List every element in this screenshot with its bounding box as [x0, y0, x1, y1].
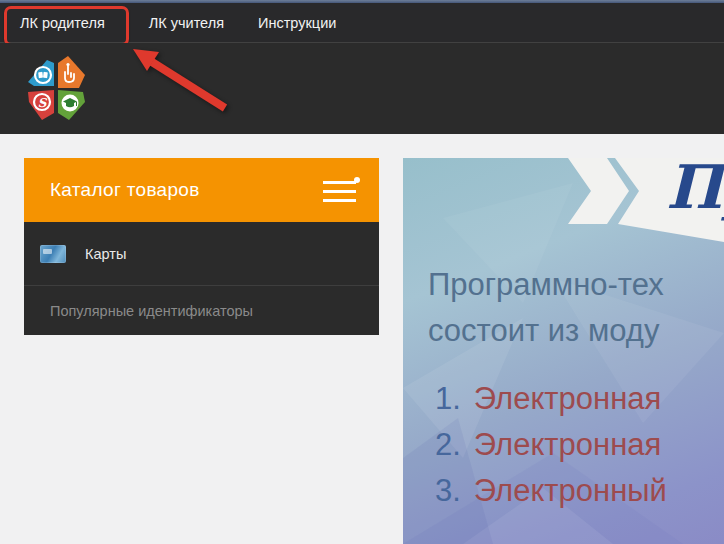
banner-heading: Программно-тех состоит из моду — [428, 262, 664, 354]
logo-piece-blue — [28, 60, 54, 86]
promo-banner[interactable]: Пр Программно-тех состоит из моду 1.Элек… — [403, 158, 724, 544]
sidebar-item-label: Карты — [85, 246, 126, 262]
banner-list-item: 1.Электронная — [435, 376, 667, 422]
sidebar-footer-label: Популярные идентификаторы — [50, 303, 253, 319]
logo-piece-orange — [58, 56, 85, 88]
top-navigation: ЛК родителя ЛК учителя Инструкции — [0, 3, 724, 43]
s-letter-icon: S — [38, 96, 48, 110]
banner-heading-line2: состоит из моду — [428, 308, 664, 354]
catalog-body: Карты Популярные идентификаторы — [24, 222, 379, 335]
header-logo-band: S — [0, 43, 724, 134]
nav-item-instructions[interactable]: Инструкции — [258, 15, 336, 31]
hamburger-menu-icon[interactable] — [323, 177, 359, 203]
catalog-title: Каталог товаров — [50, 179, 200, 201]
banner-list: 1.Электронная 2.Электронная 3.Электронны… — [435, 376, 667, 514]
catalog-header: Каталог товаров — [24, 158, 379, 222]
banner-list-item: 2.Электронная — [435, 422, 667, 468]
nav-item-parent-cabinet[interactable]: ЛК родителя — [20, 15, 105, 31]
nav-item-teacher-cabinet[interactable]: ЛК учителя — [149, 15, 224, 31]
banner-script-text: Пр — [666, 158, 724, 222]
sidebar-item-popular-identifiers[interactable]: Популярные идентификаторы — [24, 286, 379, 335]
banner-list-item: 3.Электронный — [435, 468, 667, 514]
logo-piece-red: S — [28, 90, 54, 120]
site-logo[interactable]: S — [27, 56, 87, 122]
logo-piece-green — [58, 90, 85, 120]
page: ЛК родителя ЛК учителя Инструкции — [0, 0, 724, 544]
sidebar-item-cards[interactable]: Карты — [24, 222, 379, 285]
card-photo-icon — [40, 245, 66, 263]
banner-heading-line1: Программно-тех — [428, 262, 664, 308]
catalog-sidebar: Каталог товаров Карты Популярные идентиф… — [24, 158, 379, 335]
